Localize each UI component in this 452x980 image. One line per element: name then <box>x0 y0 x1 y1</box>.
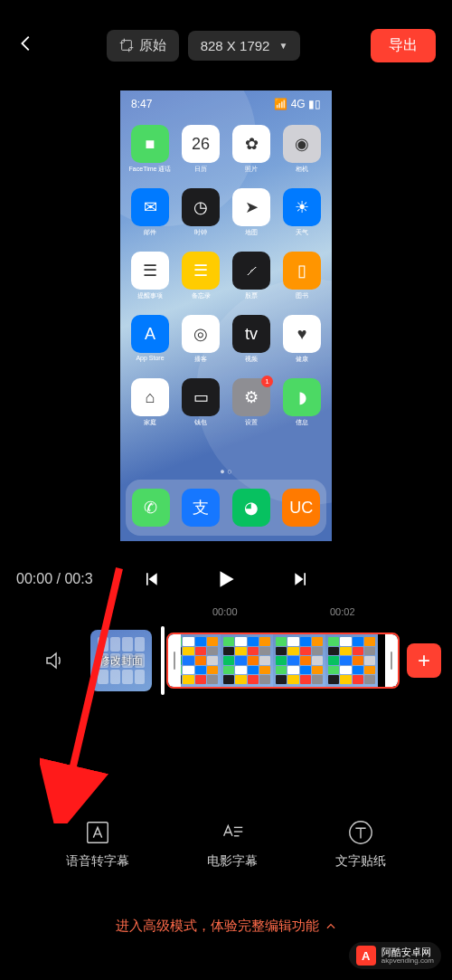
play-button[interactable] <box>214 567 238 591</box>
tab-label: 语音转字幕 <box>66 853 129 870</box>
speaker-icon <box>43 650 65 671</box>
app-icon: ■FaceTime 通话 <box>127 125 173 183</box>
dimensions-button[interactable]: 828 X 1792 ▼ <box>188 31 301 61</box>
app-icon: AApp Store <box>127 315 173 373</box>
top-bar: 原始 828 X 1792 ▼ 导出 <box>0 0 452 90</box>
cover-label: 修改封面 <box>99 653 143 669</box>
svg-rect-0 <box>121 41 131 51</box>
playhead[interactable] <box>161 626 165 695</box>
back-button[interactable] <box>16 33 36 57</box>
dock: ✆支◕UC <box>126 480 326 536</box>
watermark-title: 阿酷安卓网 <box>381 947 434 957</box>
phone-screen: 8:47 📶 4G ▮▯ ■FaceTime 通话26日历✿照片◉相机✉邮件◷时… <box>120 90 332 541</box>
app-grid: ■FaceTime 通话26日历✿照片◉相机✉邮件◷时钟➤地图☀天气☰提醒事项☰… <box>120 118 332 463</box>
svg-rect-2 <box>88 823 108 843</box>
playback-bar: 00:00 / 00:3 <box>0 552 452 606</box>
tab-auto-subtitle[interactable]: 语音转字幕 <box>66 819 129 870</box>
ruler-tick: 00:02 <box>330 606 447 624</box>
watermark-url: akpvending.com <box>381 957 434 965</box>
chevron-down-icon: ▼ <box>278 41 287 51</box>
aspect-label: 原始 <box>139 37 166 54</box>
app-icon: ▯图书 <box>279 252 325 309</box>
tab-label: 文字贴纸 <box>335 853 386 870</box>
subtitle-lines-icon <box>219 819 246 846</box>
add-clip-button[interactable]: + <box>407 643 441 678</box>
app-icon: ◗信息 <box>279 378 325 436</box>
dimensions-label: 828 X 1792 <box>201 38 270 53</box>
text-t-icon <box>347 819 374 846</box>
app-icon: ☰提醒事项 <box>127 252 173 309</box>
chevron-left-icon <box>16 33 36 53</box>
total-time: 00:3 <box>64 571 92 586</box>
clip-frame <box>221 634 273 687</box>
video-preview[interactable]: 8:47 📶 4G ▮▯ ■FaceTime 通话26日历✿照片◉相机✉邮件◷时… <box>0 90 452 552</box>
aspect-ratio-button[interactable]: 原始 <box>107 30 179 62</box>
status-indicators: 📶 4G ▮▯ <box>274 98 321 110</box>
page-dots: ● ○ <box>120 463 332 480</box>
subtitle-a-icon <box>84 819 111 846</box>
app-icon: ✿照片 <box>229 125 274 183</box>
app-icon: ⟋股票 <box>229 252 274 309</box>
app-icon: ◷时钟 <box>178 188 223 246</box>
dock-app: ✆ <box>132 489 170 527</box>
ruler-tick: 00:00 <box>212 606 330 624</box>
clip-strip[interactable] <box>166 633 400 689</box>
tab-movie-subtitle[interactable]: 电影字幕 <box>207 819 258 870</box>
tab-text-sticker[interactable]: 文字贴纸 <box>335 819 386 870</box>
next-button[interactable] <box>292 570 310 588</box>
status-bar: 8:47 📶 4G ▮▯ <box>120 90 332 118</box>
app-icon: ⌂家庭 <box>127 378 173 436</box>
app-icon: ◉相机 <box>279 125 325 183</box>
chevron-up-icon <box>325 920 337 933</box>
tab-label: 电影字幕 <box>207 853 258 870</box>
app-icon: ✉邮件 <box>127 188 173 246</box>
dock-app: UC <box>282 489 320 527</box>
dock-app: ◕ <box>232 489 270 527</box>
mute-button[interactable] <box>18 650 90 671</box>
app-icon: ♥健康 <box>279 315 325 373</box>
clip-frame <box>325 634 378 687</box>
watermark: A 阿酷安卓网 akpvending.com <box>349 942 441 969</box>
dock-app: 支 <box>182 489 220 527</box>
clip-frame <box>273 634 325 687</box>
app-icon: ☀天气 <box>279 188 325 246</box>
export-button[interactable]: 导出 <box>371 29 436 62</box>
time-display: 00:00 / 00:3 <box>16 571 107 587</box>
current-time: 00:00 <box>16 571 52 586</box>
watermark-logo: A <box>356 946 376 966</box>
app-icon: tv视频 <box>229 315 274 373</box>
app-icon: ➤地图 <box>229 188 274 246</box>
crop-icon <box>119 38 134 52</box>
timeline[interactable]: 修改封面 + <box>0 624 452 697</box>
bottom-tabs: 语音转字幕 电影字幕 文字贴纸 <box>0 808 452 880</box>
previous-button[interactable] <box>142 570 160 588</box>
app-icon: ⚙1设置 <box>229 378 274 436</box>
play-controls <box>107 567 345 591</box>
aspect-controls: 原始 828 X 1792 ▼ <box>107 30 301 62</box>
app-icon: ☰备忘录 <box>178 252 223 309</box>
app-icon: ▭钱包 <box>178 378 223 436</box>
time-ruler: 00:00 00:02 <box>0 606 452 624</box>
app-icon: 26日历 <box>178 125 223 183</box>
advanced-label: 进入高级模式，体验完整编辑功能 <box>116 918 319 935</box>
cover-thumbnail[interactable]: 修改封面 <box>90 630 152 691</box>
trim-handle-right[interactable] <box>385 634 398 687</box>
trim-handle-left[interactable] <box>168 634 181 687</box>
app-icon: ◎播客 <box>178 315 223 373</box>
status-time: 8:47 <box>131 98 152 110</box>
advanced-mode-button[interactable]: 进入高级模式，体验完整编辑功能 <box>0 918 452 935</box>
